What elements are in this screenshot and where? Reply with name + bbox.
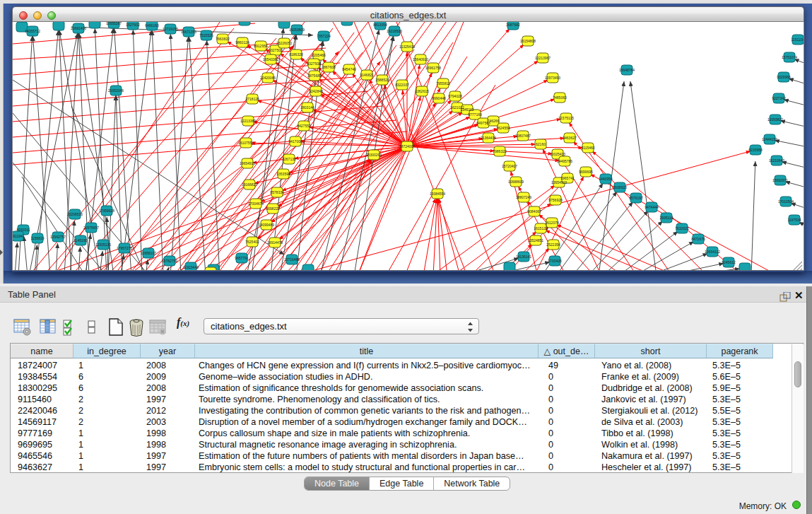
- svg-text:12942757: 12942757: [50, 235, 66, 239]
- svg-text:10688609: 10688609: [508, 180, 524, 184]
- svg-text:11923448: 11923448: [183, 265, 199, 269]
- svg-text:8912954: 8912954: [254, 44, 268, 48]
- svg-text:9327503: 9327503: [269, 48, 283, 52]
- svg-text:15716485: 15716485: [284, 257, 300, 262]
- svg-text:14495786: 14495786: [557, 159, 572, 163]
- svg-text:19166827: 19166827: [242, 182, 257, 187]
- svg-text:7632621: 7632621: [675, 226, 689, 230]
- svg-text:12505135: 12505135: [95, 243, 111, 247]
- svg-text:1615132: 1615132: [534, 226, 548, 230]
- svg-text:9327508: 9327508: [307, 62, 321, 66]
- svg-text:9227342: 9227342: [772, 96, 786, 100]
- svg-text:20691406: 20691406: [71, 26, 86, 30]
- svg-text:20975657: 20975657: [83, 226, 99, 230]
- svg-text:6579197: 6579197: [629, 196, 643, 200]
- svg-text:17957275: 17957275: [117, 246, 132, 250]
- svg-text:9699695: 9699695: [579, 170, 593, 174]
- svg-text:12444159: 12444159: [762, 137, 777, 141]
- svg-text:1353594: 1353594: [276, 172, 290, 176]
- svg-text:2935114: 2935114: [659, 216, 673, 220]
- svg-text:16210643: 16210643: [769, 158, 784, 163]
- svg-text:10655287: 10655287: [106, 22, 122, 25]
- svg-text:8813054: 8813054: [373, 23, 387, 27]
- svg-text:8454749: 8454749: [342, 67, 356, 71]
- svg-text:746266: 746266: [488, 119, 500, 123]
- svg-text:7986322: 7986322: [493, 149, 507, 153]
- svg-text:14055712: 14055712: [25, 29, 40, 33]
- svg-text:9777169: 9777169: [468, 112, 482, 117]
- svg-text:16914479: 16914479: [267, 240, 283, 245]
- svg-text:16782759: 16782759: [162, 259, 177, 263]
- svg-text:9860124: 9860124: [235, 40, 249, 45]
- svg-text:1167534: 1167534: [787, 218, 801, 222]
- svg-text:14136141: 14136141: [516, 255, 531, 259]
- svg-text:8215958: 8215958: [748, 148, 763, 152]
- svg-text:9084067: 9084067: [527, 209, 541, 214]
- svg-text:1362615: 1362615: [415, 89, 429, 93]
- svg-text:1698222: 1698222: [266, 206, 280, 211]
- svg-text:9756928: 9756928: [548, 198, 563, 202]
- svg-text:8150011: 8150011: [16, 228, 30, 232]
- svg-text:16107553: 16107553: [238, 141, 254, 145]
- svg-text:21364436: 21364436: [481, 136, 496, 140]
- svg-text:2205466: 2205466: [312, 53, 326, 57]
- svg-text:19384554: 19384554: [430, 192, 445, 196]
- svg-text:16648784: 16648784: [619, 68, 635, 72]
- svg-text:9242848: 9242848: [309, 89, 323, 93]
- svg-text:10958107: 10958107: [141, 251, 156, 255]
- svg-text:1527602: 1527602: [126, 23, 140, 27]
- svg-text:9457791: 9457791: [235, 256, 249, 260]
- svg-text:16961758: 16961758: [425, 66, 441, 70]
- svg-text:12213389: 12213389: [240, 119, 256, 123]
- svg-text:9417006: 9417006: [288, 139, 302, 144]
- svg-text:8322037: 8322037: [395, 83, 409, 87]
- svg-text:10654112: 10654112: [705, 250, 720, 254]
- svg-text:12213967: 12213967: [535, 56, 551, 60]
- svg-text:9463627: 9463627: [563, 136, 577, 140]
- svg-text:19654913: 19654913: [240, 161, 255, 165]
- svg-text:2718126: 2718126: [245, 97, 259, 101]
- svg-text:18724007: 18724007: [399, 144, 415, 148]
- svg-text:13524851: 13524851: [528, 238, 543, 243]
- svg-text:12093822: 12093822: [767, 117, 783, 122]
- svg-text:8427552: 8427552: [297, 124, 311, 128]
- svg-text:7625402: 7625402: [245, 240, 259, 244]
- svg-text:14099489: 14099489: [259, 223, 274, 227]
- svg-text:15751074: 15751074: [782, 55, 797, 59]
- svg-text:18807249: 18807249: [516, 195, 531, 199]
- svg-text:9474444: 9474444: [645, 205, 659, 209]
- svg-text:2803144: 2803144: [300, 105, 314, 110]
- svg-text:3911941: 3911941: [13, 234, 25, 238]
- svg-text:7955812: 7955812: [436, 81, 450, 86]
- svg-text:15720407: 15720407: [502, 164, 517, 168]
- svg-text:16671355: 16671355: [181, 30, 196, 34]
- svg-text:22420046: 22420046: [260, 76, 276, 80]
- svg-text:7357224: 7357224: [317, 34, 331, 38]
- svg-text:16543362: 16543362: [263, 57, 278, 62]
- svg-text:10973493: 10973493: [545, 76, 560, 80]
- svg-text:13654923: 13654923: [551, 180, 567, 185]
- svg-text:11325419: 11325419: [399, 45, 415, 49]
- svg-text:3875685: 3875685: [307, 74, 322, 78]
- svg-text:20053346: 20053346: [108, 88, 124, 93]
- svg-text:8938923: 8938923: [613, 185, 627, 189]
- svg-text:2867608: 2867608: [322, 65, 336, 69]
- svg-text:8578334: 8578334: [270, 190, 284, 194]
- svg-text:12375115: 12375115: [558, 116, 574, 120]
- svg-text:16053809: 16053809: [289, 28, 305, 32]
- svg-text:7663822: 7663822: [216, 37, 230, 41]
- svg-text:3267130: 3267130: [282, 157, 296, 161]
- svg-text:9146821: 9146821: [360, 73, 374, 77]
- svg-text:3624554: 3624554: [496, 126, 510, 130]
- svg-text:15640910: 15640910: [413, 57, 428, 62]
- svg-text:6794028: 6794028: [448, 94, 462, 98]
- svg-text:2687682: 2687682: [506, 23, 520, 27]
- svg-text:19218506: 19218506: [387, 29, 402, 33]
- svg-text:1440954: 1440954: [599, 177, 613, 181]
- svg-text:2345112: 2345112: [460, 107, 473, 112]
- svg-text:10719155: 10719155: [163, 27, 178, 31]
- svg-text:1151234: 1151234: [791, 37, 804, 42]
- svg-text:16154808: 16154808: [520, 39, 536, 43]
- svg-text:1588520: 1588520: [375, 78, 389, 82]
- svg-text:17359928: 17359928: [99, 209, 114, 213]
